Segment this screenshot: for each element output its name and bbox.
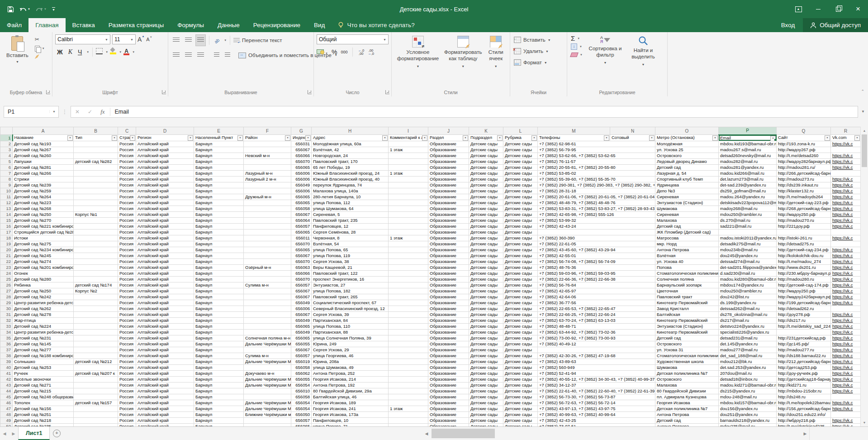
cell[interactable]: https://vk.c [831, 370, 861, 376]
cell[interactable]: Алтайский край [136, 406, 194, 411]
find-select-button[interactable]: Найти и выделить▼ [626, 34, 660, 69]
cell[interactable] [831, 241, 861, 247]
cell[interactable]: Детский сад [655, 223, 719, 229]
cell[interactable]: Комментарий к ад▼ [389, 135, 428, 141]
cell[interactable]: http://193.zona-k.ru [777, 141, 831, 147]
cell[interactable]: Детские сады [469, 158, 503, 164]
cell[interactable] [74, 194, 118, 200]
cell[interactable] [74, 229, 118, 235]
cell[interactable]: http://мадоу250.рф [777, 288, 831, 294]
cell[interactable] [389, 176, 428, 182]
cell[interactable]: Россия [118, 306, 136, 311]
cell[interactable]: Алтайский край [136, 382, 194, 388]
cell[interactable]: Детские сады [469, 258, 503, 264]
cell[interactable] [244, 388, 291, 394]
cell[interactable]: Детский сад №156 [13, 406, 74, 411]
cell[interactable]: Антона Петрова [655, 411, 719, 417]
cell[interactable]: Детский сад №145 [13, 341, 74, 347]
cell[interactable]: Детский сад №201 комбинированного вида [13, 264, 74, 270]
cell[interactable]: Детский сад №221 комбинированного вида [13, 223, 74, 229]
filter-button[interactable]: ▼ [130, 135, 135, 141]
cell[interactable] [389, 158, 428, 164]
cell[interactable]: https://vk.c [831, 247, 861, 253]
decrease-font-button[interactable]: А▼ [146, 37, 152, 42]
cell[interactable]: madou282@mail.ru [719, 158, 777, 164]
cell[interactable]: mbdou174@yandex.ru [719, 282, 777, 288]
row-header[interactable]: 22 [0, 258, 13, 264]
cell[interactable]: Алтайский край [136, 170, 194, 176]
cell[interactable]: Детские сады [503, 206, 538, 211]
name-box[interactable]: P1 ▼ [4, 106, 59, 118]
alignment-dialog-launcher[interactable] [308, 90, 312, 94]
cell[interactable] [74, 258, 118, 264]
cell[interactable]: +7 (3852) 43-97-13, +7 (3852) 43-97-75 [538, 406, 655, 411]
cell[interactable]: specialisti226@yandex.ru [719, 329, 777, 335]
filter-button[interactable]: ▼ [112, 135, 117, 141]
row-header[interactable]: 47 [0, 406, 13, 411]
cell[interactable]: 656065 [291, 194, 312, 200]
cell[interactable]: Лазурный 2 м-н [244, 176, 291, 182]
cell[interactable]: Алтайский край [136, 235, 194, 241]
cell[interactable]: detssad274@mail.ru [719, 258, 777, 264]
italic-button[interactable]: К [66, 48, 74, 56]
cell[interactable]: Детский сад №215 [13, 388, 74, 394]
cell[interactable]: Детские сады [469, 323, 503, 329]
cell[interactable] [74, 406, 118, 411]
cell[interactable]: Образование [428, 341, 469, 347]
cell[interactable]: Матросова [655, 235, 719, 241]
filter-button[interactable]: ▼ [604, 135, 609, 141]
cell[interactable]: Детские сады [469, 411, 503, 417]
cell[interactable]: +7 (3852) 42-64-06 [538, 294, 655, 300]
cell[interactable]: +7 (3852) 20-55-81, +7 (3852) 20-55-80 [538, 164, 655, 170]
cell[interactable]: Россия [118, 300, 136, 306]
cell[interactable]: Сиреневая [655, 194, 719, 200]
cell[interactable]: 1 этаж [389, 147, 428, 153]
cell[interactable]: Детские сады [469, 241, 503, 247]
cell[interactable]: Детские сады [503, 311, 538, 317]
cell[interactable]: Россия [118, 347, 136, 353]
borders-button[interactable] [96, 48, 103, 56]
cell[interactable] [244, 247, 291, 253]
cell[interactable]: Детский сад №271 [13, 382, 74, 388]
cell[interactable]: Строящийся детский сад №283 [13, 229, 74, 235]
cell[interactable]: Образование [428, 264, 469, 270]
align-center-button[interactable] [183, 49, 194, 61]
cell[interactable]: 656049 [291, 182, 312, 188]
orientation-button[interactable]: ab [213, 34, 221, 46]
cell[interactable]: Тип▼ [74, 135, 118, 141]
row-header[interactable]: 7 [0, 170, 13, 176]
cell[interactable]: Южный Власихинский проезд, 24 [312, 170, 389, 176]
cell[interactable]: Сайт▼ [777, 135, 831, 141]
cell[interactable]: Барнаул [194, 394, 244, 400]
cell[interactable]: Детские сады [503, 382, 538, 388]
cell[interactable]: Детский сад №281 [13, 164, 74, 170]
cell[interactable]: Детский сад №224 [13, 323, 74, 329]
cell[interactable]: Россия [118, 394, 136, 400]
copy-button[interactable]: ▼ [35, 45, 45, 52]
cell[interactable]: Барнаул [194, 276, 244, 282]
cell[interactable]: Докучаево м-н [244, 370, 291, 376]
cell[interactable]: Образование [428, 270, 469, 276]
cell[interactable]: Цветочная [655, 288, 719, 294]
cell[interactable]: Алтайский край [136, 376, 194, 382]
cell[interactable]: Алтайский край [136, 347, 194, 353]
filter-button[interactable]: ▼ [422, 135, 427, 141]
cell[interactable]: http://230.мбдоу-барнаул.рф [777, 270, 831, 276]
cell[interactable]: Образование [428, 241, 469, 247]
cell[interactable]: Алтайский край [136, 417, 194, 423]
decrease-decimal-button[interactable]: ,00→,0 [368, 49, 374, 56]
cell[interactable] [831, 411, 861, 417]
cell[interactable]: Образование [428, 153, 469, 158]
cell[interactable]: det_sad_188@mail.ru [719, 353, 777, 359]
cell[interactable]: Детские сады [469, 170, 503, 176]
cell[interactable] [74, 147, 118, 153]
cell[interactable]: Образование [428, 406, 469, 411]
cell[interactable]: http://istoki-261.ru [777, 235, 831, 241]
cell[interactable]: Детские сады [503, 376, 538, 382]
cell[interactable]: Барнаул [194, 258, 244, 264]
cell[interactable]: +7 (3852) 59-03-96, +7 (3852) 59-03-95 [538, 270, 655, 276]
cell[interactable]: Детский сад №239 [13, 182, 74, 188]
cell[interactable] [777, 229, 831, 235]
cell[interactable] [74, 376, 118, 382]
cell[interactable]: +7 (3852) 56-74-08, +7 (3852) 56-74-09 [538, 258, 655, 264]
